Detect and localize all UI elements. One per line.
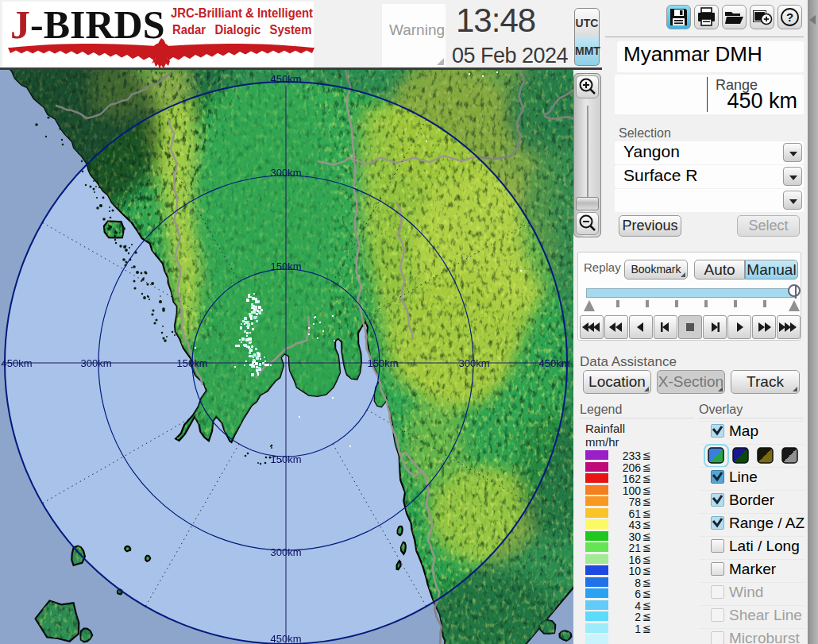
svg-text:450km: 450km [270,73,301,85]
svg-text:300km: 300km [270,167,301,179]
svg-text:300km: 300km [270,546,301,558]
svg-text:300km: 300km [80,357,111,369]
svg-text:300km: 300km [458,357,489,369]
svg-text:450km: 450km [1,357,32,369]
svg-text:150km: 150km [367,357,398,369]
svg-text:150km: 150km [176,357,207,369]
svg-text:?: ? [786,10,793,24]
svg-text:150km: 150km [270,453,301,465]
svg-text:150km: 150km [270,260,301,272]
svg-text:450km: 450km [270,633,301,644]
svg-text:450km: 450km [538,357,569,369]
